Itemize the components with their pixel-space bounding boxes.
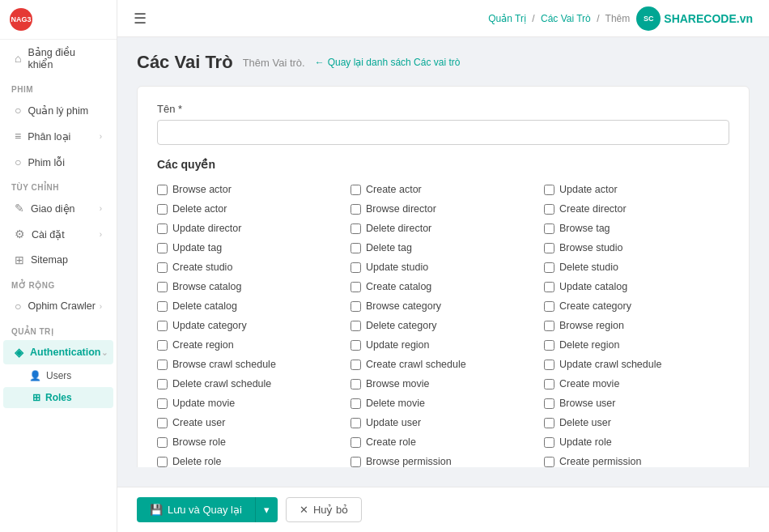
permission-checkbox[interactable] [351, 301, 361, 312]
permission-checkbox[interactable] [157, 418, 168, 428]
permission-checkbox[interactable] [157, 437, 168, 448]
save-button[interactable]: 💾 Lưu và Quay lại [137, 497, 255, 522]
permission-label: Create studio [172, 262, 232, 273]
permission-checkbox[interactable] [351, 321, 361, 331]
permission-item: Browse crawl schedule [157, 357, 342, 372]
permission-checkbox[interactable] [157, 301, 168, 312]
permission-checkbox[interactable] [544, 321, 554, 331]
permission-checkbox[interactable] [544, 282, 554, 292]
permission-checkbox[interactable] [351, 243, 361, 253]
permission-checkbox[interactable] [157, 223, 168, 234]
permission-checkbox[interactable] [157, 185, 168, 195]
permission-checkbox[interactable] [157, 379, 168, 389]
permission-item: Delete category [351, 318, 536, 333]
permission-item: Update user [351, 415, 536, 430]
permission-checkbox[interactable] [544, 185, 554, 195]
permission-item: Update role [544, 435, 729, 449]
permission-checkbox[interactable] [544, 223, 554, 234]
permission-checkbox[interactable] [544, 379, 554, 389]
name-input[interactable] [157, 120, 729, 145]
permissions-section: Các quyền Browse actorCreate actorUpdate… [157, 158, 729, 467]
sidebar: NAG3 ⌂ Bảng điều khiển PHIM ○ Quản lý ph… [0, 0, 117, 532]
sidebar-item-quan-ly-phim[interactable]: ○ Quản lý phim [3, 98, 113, 122]
menu-toggle-button[interactable]: ☰ [134, 10, 147, 28]
permission-label: Browse permission [366, 456, 452, 467]
permission-checkbox[interactable] [157, 340, 168, 351]
permission-checkbox[interactable] [544, 204, 554, 215]
permission-checkbox[interactable] [351, 282, 361, 292]
permission-checkbox[interactable] [351, 457, 361, 467]
permission-item: Delete tag [351, 240, 536, 255]
cancel-button[interactable]: ✕ Huỷ bỏ [286, 497, 362, 522]
permissions-grid: Browse actorCreate actorUpdate actorDele… [157, 182, 729, 467]
sidebar-item-sitemap[interactable]: ⊞ Sitemap [3, 248, 113, 272]
form-footer: 💾 Lưu và Quay lại ▾ ✕ Huỷ bỏ [117, 487, 769, 532]
permission-checkbox[interactable] [544, 340, 554, 351]
permission-label: Delete category [366, 320, 437, 331]
permission-label: Update region [366, 339, 430, 351]
sidebar-item-auth[interactable]: ◈ Authentication ⌄ [3, 340, 113, 364]
permission-checkbox[interactable] [544, 262, 554, 273]
permission-label: Update actor [559, 184, 618, 195]
permission-checkbox[interactable] [351, 418, 361, 428]
save-button-group: 💾 Lưu và Quay lại ▾ [137, 497, 278, 522]
sidebar-item-phim-loi[interactable]: ○ Phim lỗi [3, 150, 113, 174]
permission-checkbox[interactable] [157, 398, 168, 409]
permission-checkbox[interactable] [544, 398, 554, 409]
permission-checkbox[interactable] [544, 418, 554, 428]
permission-checkbox[interactable] [157, 321, 168, 331]
permission-label: Delete actor [172, 203, 227, 215]
permission-checkbox[interactable] [157, 204, 168, 215]
permission-checkbox[interactable] [351, 204, 361, 215]
permission-label: Create role [366, 436, 416, 448]
permission-item: Delete region [544, 338, 729, 352]
sidebar-item-cai-dat[interactable]: ⚙ Cài đặt › [3, 222, 113, 246]
permission-checkbox[interactable] [544, 243, 554, 253]
permission-checkbox[interactable] [544, 360, 554, 370]
permission-checkbox[interactable] [157, 262, 168, 273]
permission-checkbox[interactable] [544, 457, 554, 467]
permission-label: Delete catalog [172, 300, 237, 312]
permission-checkbox[interactable] [544, 301, 554, 312]
permission-checkbox[interactable] [157, 457, 168, 467]
breadcrumb-link-vai-tro[interactable]: Các Vai Trò [541, 13, 591, 24]
permission-checkbox[interactable] [351, 185, 361, 195]
permission-checkbox[interactable] [157, 282, 168, 292]
permission-checkbox[interactable] [351, 340, 361, 351]
permission-item: Delete director [351, 221, 536, 236]
sitemap-icon: ⊞ [15, 253, 24, 266]
permission-label: Delete user [559, 417, 611, 428]
sidebar-item-dashboard[interactable]: ⌂ Bảng điều khiển [3, 40, 113, 76]
permission-item: Create studio [157, 260, 342, 275]
sidebar-item-phan-loai[interactable]: ≡ Phân loại › [3, 124, 113, 148]
permission-label: Update movie [172, 398, 235, 409]
permission-checkbox[interactable] [351, 398, 361, 409]
sidebar-logo: NAG3 [0, 0, 117, 40]
sidebar-sub-item-roles[interactable]: ⊞ Roles [3, 387, 113, 408]
permission-checkbox[interactable] [351, 223, 361, 234]
permission-label: Delete tag [366, 242, 412, 253]
permission-item: Browse user [544, 396, 729, 411]
permission-checkbox[interactable] [157, 243, 168, 253]
permission-label: Update role [559, 436, 612, 448]
permission-item: Delete crawl schedule [157, 377, 342, 391]
sidebar-item-ophim[interactable]: ○ Ophim Crawler › [3, 294, 113, 318]
permission-checkbox[interactable] [157, 360, 168, 370]
permission-checkbox[interactable] [351, 379, 361, 389]
sidebar-sub-item-users[interactable]: 👤 Users [0, 365, 117, 386]
permission-label: Create permission [559, 456, 641, 467]
permission-item: Update crawl schedule [544, 357, 729, 372]
permission-label: Update crawl schedule [559, 359, 661, 370]
permission-checkbox[interactable] [351, 360, 361, 370]
sidebar-item-giao-dien[interactable]: ✎ Giao diện › [3, 196, 113, 220]
breadcrumb-link-quan-tri[interactable]: Quản Trị [488, 13, 526, 24]
permission-checkbox[interactable] [544, 437, 554, 448]
save-dropdown-button[interactable]: ▾ [255, 497, 278, 522]
permission-checkbox[interactable] [351, 262, 361, 273]
back-link[interactable]: Quay lại danh sách Các vai trò [315, 57, 461, 68]
permission-label: Update user [366, 417, 421, 428]
section-quan-tri: QUẢN TRỊ [0, 319, 117, 339]
cancel-icon: ✕ [300, 504, 308, 516]
permissions-title: Các quyền [157, 158, 729, 171]
permission-checkbox[interactable] [351, 437, 361, 448]
